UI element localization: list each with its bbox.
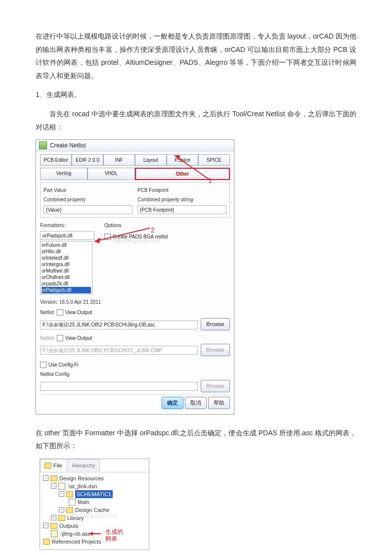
tab-pcb-editor[interactable]: PCB Editor bbox=[40, 154, 72, 166]
checkbox-icon bbox=[40, 362, 46, 368]
node-asc[interactable]: .\jling-ob.asc bbox=[60, 530, 90, 538]
folder-icon bbox=[43, 539, 50, 545]
section-1-heading: 1、生成网表。 bbox=[36, 88, 356, 101]
page-icon bbox=[69, 499, 76, 506]
node-dsn[interactable]: .\st_jlink.dsn bbox=[67, 482, 97, 490]
expand-icon[interactable]: + bbox=[51, 515, 56, 520]
checkbox-icon bbox=[57, 309, 63, 316]
browse-button-2[interactable]: Browse bbox=[201, 344, 230, 356]
tree-tab-hier-label: Hierarchy bbox=[72, 461, 95, 471]
netlist1-path[interactable]: F:\业余项目\25 JLINK OB\2 PCB\SCH\Jling-OB.a… bbox=[40, 321, 198, 329]
watermark: http://blog.csdn.net/ bbox=[113, 235, 160, 246]
expand-icon[interactable]: − bbox=[43, 475, 48, 481]
tree-tab-hierarchy[interactable]: Hierarchy bbox=[68, 459, 100, 472]
node-schematic[interactable]: SCHEMATIC1 bbox=[75, 490, 113, 498]
list-item[interactable]: orFuture.dll bbox=[42, 242, 91, 248]
formatter-field[interactable]: orPadspcb.dll bbox=[40, 231, 94, 240]
browse-button-1[interactable]: Browse bbox=[201, 318, 230, 330]
formatters-label: Formatters: bbox=[40, 221, 94, 230]
value-field[interactable]: {Value} bbox=[44, 205, 132, 214]
view-output-label: View Output bbox=[65, 308, 92, 317]
tab-pspice[interactable]: PSpice bbox=[167, 154, 198, 166]
netlist2-path[interactable]: F:\业余项目\25 JLINK OB\2 PCB\SCH\ST_JLINK.C… bbox=[40, 346, 198, 355]
tab-other[interactable]: Other bbox=[135, 168, 230, 180]
list-item[interactable]: orIntergra.dll bbox=[42, 261, 91, 268]
folder-icon bbox=[66, 491, 73, 497]
netlist2-label: Netlist bbox=[40, 333, 54, 343]
combined-prop-label: Combined property bbox=[44, 195, 132, 204]
step1-description: 首先在 rocad 中选中要生成网表的原理图文件夹，之后执行 Tool/Crea… bbox=[36, 107, 356, 134]
version-label: Version: 16.5.0 Apr 21 2011 bbox=[40, 297, 230, 307]
tab-spice[interactable]: SPICE bbox=[198, 154, 230, 166]
annotation-2: 2 bbox=[151, 224, 155, 237]
tree-tab-file[interactable]: File bbox=[40, 459, 67, 472]
tree-tab-file-label: File bbox=[53, 461, 62, 471]
tab-row-2: Verilog VHDL Other bbox=[40, 168, 230, 180]
browse-button-3[interactable]: Browse bbox=[201, 380, 230, 392]
tab-edif[interactable]: EDIF 2 0 0 bbox=[72, 154, 103, 166]
project-tree-panel: File Hierarchy − Design Resources − .\st… bbox=[40, 459, 149, 550]
folder-icon bbox=[50, 523, 57, 529]
ok-button[interactable]: 确定 bbox=[162, 397, 183, 409]
intro-paragraph: 在进行中等以上规模电路设计的时候，一般都是专人负责原理图原理图，专人负责 lay… bbox=[36, 30, 356, 82]
create-netlist-dialog: Create Netlist 1 2 http://blog.csdn.net/… bbox=[36, 139, 234, 415]
list-item[interactable]: orInteledf.dll bbox=[42, 255, 91, 261]
node-outputs[interactable]: Outputs bbox=[59, 522, 79, 530]
list-item[interactable]: orHilo.dll bbox=[42, 248, 91, 255]
combined-prop-string-label: Combined property string: bbox=[137, 195, 226, 204]
config-path[interactable] bbox=[40, 382, 198, 391]
view-output-label: View Output bbox=[65, 333, 92, 343]
pcb-footprint-field[interactable]: {PCB Footprint} bbox=[137, 205, 226, 214]
list-item[interactable]: orpads2k.dll bbox=[42, 280, 91, 287]
use-config-label: Use Config Fi bbox=[48, 360, 79, 370]
list-item-selected[interactable]: orPadspcb.dll bbox=[42, 287, 91, 293]
tab-vhdl[interactable]: VHDL bbox=[87, 168, 135, 180]
tab-row-1: PCB Editor EDIF 2 0 0 INF Layout PSpice … bbox=[40, 154, 230, 166]
node-main[interactable]: Main bbox=[78, 498, 89, 506]
dialog-titlebar: Create Netlist bbox=[36, 140, 234, 151]
netlist-config-label: Netlist Config bbox=[40, 370, 230, 379]
formatter-listbox[interactable]: orFuture.dll orHilo.dll orInteledf.dll o… bbox=[40, 241, 92, 294]
tab-layout[interactable]: Layout bbox=[135, 154, 167, 166]
expand-icon[interactable]: − bbox=[43, 523, 48, 528]
annotation-generated-b: 网表 bbox=[105, 535, 117, 543]
dsn-icon bbox=[58, 483, 65, 490]
checkbox-icon bbox=[104, 233, 111, 240]
view-output-1[interactable]: View Output bbox=[57, 308, 92, 317]
netlist1-label: Netlist bbox=[40, 308, 54, 317]
after-dialog-paragraph: 在 other 页面中 Formatter 中选择 orPadspc.dll,之… bbox=[36, 426, 356, 453]
expand-icon[interactable]: + bbox=[59, 507, 64, 512]
folder-icon bbox=[58, 515, 65, 521]
watermark: http://blog.csdn.net/ bbox=[70, 510, 117, 521]
expand-icon[interactable]: − bbox=[59, 491, 64, 497]
node-referenced-projects[interactable]: Referenced Projects bbox=[52, 538, 101, 546]
checkbox-icon bbox=[57, 335, 63, 341]
value-footprint-group: Part Value Combined property {Value} PCB… bbox=[40, 182, 230, 218]
folder-icon bbox=[50, 475, 57, 481]
view-output-2[interactable]: View Output bbox=[57, 333, 92, 343]
expand-icon[interactable]: − bbox=[51, 483, 56, 489]
list-item[interactable]: orOhdlnet.dll bbox=[42, 274, 91, 280]
use-config-checkbox[interactable]: Use Config Fi bbox=[40, 360, 230, 370]
tab-inf[interactable]: INF bbox=[103, 154, 135, 166]
options-label: Options bbox=[104, 221, 230, 230]
part-value-label: Part Value bbox=[44, 185, 132, 195]
svg-marker-5 bbox=[89, 532, 93, 536]
tab-verilog[interactable]: Verilog bbox=[40, 168, 87, 180]
asc-icon bbox=[51, 530, 58, 537]
help-button[interactable]: 帮助 bbox=[208, 397, 230, 409]
folder-icon bbox=[44, 462, 51, 468]
list-item[interactable]: orMultiwir.dll bbox=[42, 268, 91, 274]
app-icon bbox=[39, 141, 47, 149]
dialog-title: Create Netlist bbox=[50, 140, 86, 151]
node-design-resources[interactable]: Design Resources bbox=[59, 474, 104, 482]
pcb-footprint-label: PCB Footprint bbox=[137, 185, 226, 195]
cancel-button[interactable]: 取消 bbox=[185, 397, 207, 409]
